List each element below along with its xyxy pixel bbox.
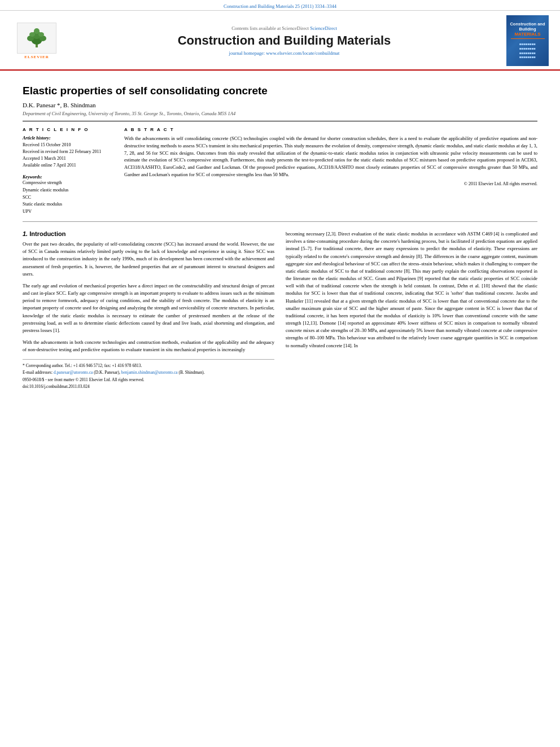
svg-point-7 <box>38 32 44 37</box>
sciencedirect-link-text[interactable]: ScienceDirect <box>310 25 337 31</box>
article-info-col: A R T I C L E I N F O Article history: R… <box>23 127 113 216</box>
received-revised-date: Received in revised form 22 February 201… <box>23 148 113 155</box>
keyword-5: UPV <box>23 208 113 216</box>
page-wrapper: Construction and Building Materials 25 (… <box>0 0 560 747</box>
footer-issn: 0950-0618/$ - see front matter © 2011 El… <box>23 377 274 382</box>
keywords-list: Compressive strength Dynamic elastic mod… <box>23 180 113 216</box>
keyword-4: Static elastic modulus <box>23 201 113 208</box>
article-meta-row: A R T I C L E I N F O Article history: R… <box>23 127 537 222</box>
journal-main-title: Construction and Building Materials <box>62 33 506 48</box>
article-history: Article history: Received 15 October 201… <box>23 135 113 169</box>
body-col-left: 1. Introduction Over the past two decade… <box>23 230 274 389</box>
accepted-date: Accepted 1 March 2011 <box>23 155 113 162</box>
section1-heading: 1. Introduction <box>23 230 274 237</box>
body-para-1: Over the past two decades, the popularit… <box>23 241 274 278</box>
cover-title-text: Construction and Building <box>509 21 546 32</box>
article-history-label: Article history: <box>23 135 113 142</box>
keywords-label: Keywords: <box>23 174 113 180</box>
svg-point-3 <box>34 28 40 34</box>
keywords-section: Keywords: Compressive strength Dynamic e… <box>23 174 113 216</box>
journal-ref-bar: Construction and Building Materials 25 (… <box>0 0 560 11</box>
elsevier-tree-icon <box>25 27 49 49</box>
elsevier-label: ELSEVIER <box>24 55 49 59</box>
journal-homepage: journal homepage: www.elsevier.com/locat… <box>62 50 506 56</box>
journal-ref-text: Construction and Building Materials 25 (… <box>224 3 336 9</box>
section1-title: Introduction <box>29 230 65 237</box>
footnote-section: * Corresponding author. Tel.: +1 416 946… <box>23 359 274 389</box>
abstract-label: A B S T R A C T <box>124 127 537 132</box>
footnote-email1[interactable]: d.panesar@utoronto.ca <box>54 370 93 375</box>
sciencedirect-line: Contents lists available at ScienceDirec… <box>62 25 506 31</box>
article-info-label: A R T I C L E I N F O <box>23 127 113 132</box>
received-date: Received 15 October 2010 <box>23 142 113 148</box>
article-authors: D.K. Panesar *, B. Shindman <box>23 102 537 108</box>
body-col-right: becoming necessary [2,3]. Direct evaluat… <box>286 230 537 389</box>
body-col2-para-1: becoming necessary [2,3]. Direct evaluat… <box>286 230 537 350</box>
cover-materials-text: MATERIALS <box>514 32 540 37</box>
article-title: Elastic properties of self consolidating… <box>23 85 537 97</box>
svg-point-6 <box>29 32 35 37</box>
footer-doi: doi:10.1016/j.conbuildmat.2011.03.024 <box>23 384 274 389</box>
section1-num: 1. <box>23 230 29 237</box>
journal-header: ELSEVIER Contents lists available at Sci… <box>0 11 560 71</box>
footnote-email-label: E-mail addresses: <box>23 370 53 375</box>
available-date: Available online 7 April 2011 <box>23 162 113 169</box>
sciencedirect-text: Contents lists available at ScienceDirec… <box>231 25 309 31</box>
body-para-3: With the advancements in both concrete t… <box>23 339 274 353</box>
abstract-text: With the advancements in self consolidat… <box>124 135 537 178</box>
footnote-email2[interactable]: benjamin.shindman@utoronto.ca <box>121 370 178 375</box>
abstract-col: A B S T R A C T With the advancements in… <box>124 127 537 216</box>
abstract-copyright: © 2011 Elsevier Ltd. All rights reserved… <box>124 181 537 186</box>
keyword-1: Compressive strength <box>23 180 113 187</box>
footnote-corresponding: * Corresponding author. Tel.: +1 416 946… <box>23 362 274 369</box>
journal-cover-image: Construction and Building MATERIALS ■■■■… <box>506 15 549 66</box>
body-para-2: The early age and evolution of mechanica… <box>23 282 274 334</box>
footnote-email2-name: (B. Shindman). <box>178 370 204 375</box>
elsevier-logo: ELSEVIER <box>11 23 62 59</box>
footnote-emails: E-mail addresses: d.panesar@utoronto.ca … <box>23 369 274 375</box>
journal-title-center: Contents lists available at ScienceDirec… <box>62 25 506 56</box>
elsevier-logo-img <box>17 23 56 54</box>
article-affiliation: Department of Civil Engineering, Univers… <box>23 111 537 121</box>
article-content: Elastic properties of self consolidating… <box>0 71 560 400</box>
author-names: D.K. Panesar *, B. Shindman <box>23 102 96 108</box>
keyword-3: SCC <box>23 194 113 202</box>
body-columns: 1. Introduction Over the past two decade… <box>23 230 537 389</box>
footnote-email1-name: (D.K. Panesar), <box>94 370 120 375</box>
keyword-2: Dynamic elastic modulus <box>23 187 113 194</box>
